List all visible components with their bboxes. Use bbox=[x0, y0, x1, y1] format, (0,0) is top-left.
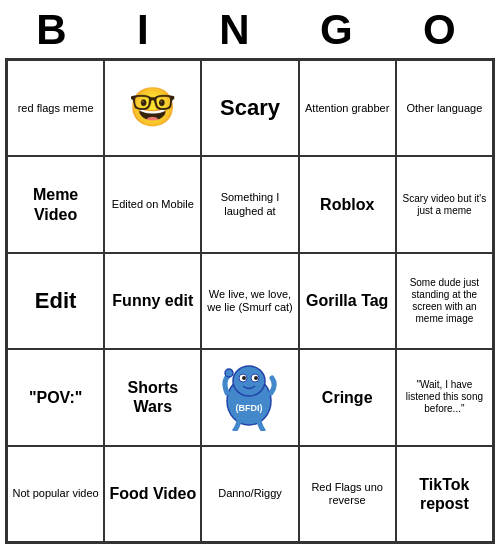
emoji-ball-icon: 🤓 bbox=[129, 85, 176, 131]
svg-point-4 bbox=[242, 376, 246, 380]
cell-2-3: Gorilla Tag bbox=[299, 253, 396, 349]
title-g: G bbox=[320, 6, 361, 54]
bfdi-icon: (BFDI) bbox=[217, 363, 282, 431]
cell-3-3: Cringe bbox=[299, 349, 396, 445]
title-i: I bbox=[137, 6, 157, 54]
cell-0-4: Other language bbox=[396, 60, 493, 156]
cell-3-4: "Wait, I have listened this song before.… bbox=[396, 349, 493, 445]
cell-1-4: Scary video but it's just a meme bbox=[396, 156, 493, 252]
cell-0-0: red flags meme bbox=[7, 60, 104, 156]
cell-2-1: Funny edit bbox=[104, 253, 201, 349]
cell-4-3: Red Flags uno reverse bbox=[299, 446, 396, 542]
title-b: B bbox=[36, 6, 74, 54]
cell-4-2: Danno/Riggy bbox=[201, 446, 298, 542]
cell-1-1: Edited on Mobile bbox=[104, 156, 201, 252]
cell-3-0: "POV:" bbox=[7, 349, 104, 445]
svg-text:(BFDI): (BFDI) bbox=[236, 403, 263, 413]
cell-1-3: Roblox bbox=[299, 156, 396, 252]
cell-2-4: Some dude just standing at the screen wi… bbox=[396, 253, 493, 349]
cell-2-0: Edit bbox=[7, 253, 104, 349]
svg-point-1 bbox=[233, 366, 265, 396]
cell-2-2: We live, we love, we lie (Smurf cat) bbox=[201, 253, 298, 349]
bingo-title: B I N G O bbox=[5, 0, 495, 58]
bingo-grid: red flags meme 🤓 Scary Attention grabber… bbox=[5, 58, 495, 544]
cell-3-2: (BFDI) bbox=[201, 349, 298, 445]
cell-4-0: Not popular video bbox=[7, 446, 104, 542]
title-n: N bbox=[219, 6, 257, 54]
svg-point-6 bbox=[225, 369, 233, 377]
cell-4-4: TikTok repost bbox=[396, 446, 493, 542]
title-o: O bbox=[423, 6, 464, 54]
svg-point-5 bbox=[254, 376, 258, 380]
cell-0-1: 🤓 bbox=[104, 60, 201, 156]
cell-3-1: Shorts Wars bbox=[104, 349, 201, 445]
cell-1-2: Something I laughed at bbox=[201, 156, 298, 252]
cell-0-3: Attention grabber bbox=[299, 60, 396, 156]
cell-4-1: Food Video bbox=[104, 446, 201, 542]
cell-1-0: Meme Video bbox=[7, 156, 104, 252]
cell-0-2: Scary bbox=[201, 60, 298, 156]
